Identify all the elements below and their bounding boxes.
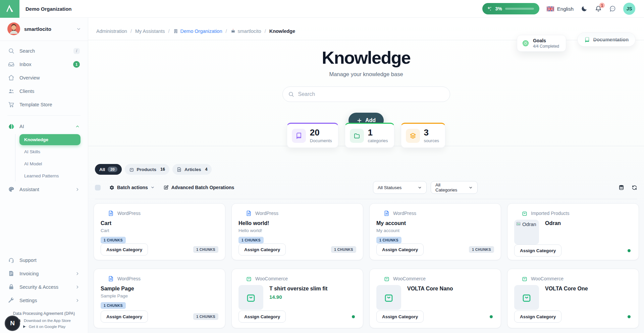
knowledge-card[interactable]: WordPressSample PageSample Page1 CHUNKSA… (94, 269, 225, 328)
stat-sources: 3 sources (401, 123, 446, 148)
usage-progress-pill[interactable]: 3% (482, 3, 539, 14)
assign-category-button[interactable]: Assign Category (514, 311, 561, 323)
stat-label: Documents (310, 138, 332, 143)
google-play-label: Get it on Google Play (29, 325, 65, 329)
knowledge-card[interactable]: WordPressHello world!Hello world!1 CHUNK… (231, 203, 363, 260)
documentation-button[interactable]: Documentation (577, 33, 636, 47)
stat-categories: 1 categories (345, 123, 394, 148)
sidebar-item-overview[interactable]: Overview (4, 71, 84, 85)
brain-icon (8, 123, 15, 130)
usage-track (505, 8, 534, 10)
assign-category-button[interactable]: Assign Category (101, 243, 148, 256)
sidebar-item-settings[interactable]: Settings (4, 294, 84, 307)
assign-category-button[interactable]: Assign Category (376, 311, 424, 323)
shopping-bag-icon (384, 276, 390, 282)
headset-icon (8, 257, 15, 264)
workspace-avatar (7, 22, 20, 35)
chevron-down-icon (469, 185, 473, 190)
topbar: Demo Organization 3% English 1 JS (0, 0, 644, 18)
category-filter-select[interactable]: All Categories (431, 181, 478, 194)
sidebar-item-knowledge[interactable]: Knowledge (19, 134, 80, 145)
stat-value: 3 (424, 128, 439, 137)
app-logo[interactable] (0, 0, 19, 18)
assign-category-button[interactable]: Assign Category (514, 244, 561, 257)
select-all-checkbox[interactable] (95, 185, 101, 190)
user-avatar[interactable]: JS (623, 3, 635, 15)
sidebar-item-ai[interactable]: AI (4, 120, 84, 133)
search-input[interactable] (282, 87, 450, 102)
knowledge-card[interactable]: WooCommerceVOLTA Core NanoAssign Categor… (369, 269, 501, 328)
batch-actions-dropdown[interactable]: Batch actions (109, 185, 155, 190)
google-play-icon (22, 325, 26, 329)
floating-n-widget[interactable]: N (5, 316, 20, 331)
goals-status: 4/4 Completed (533, 44, 559, 49)
assign-category-button[interactable]: Assign Category (238, 311, 286, 323)
chat-bubble-icon (609, 5, 616, 12)
sidebar-item-clients[interactable]: Clients (4, 85, 84, 98)
breadcrumb-assistant[interactable]: smartlocito (230, 29, 261, 34)
shopping-bag-icon (246, 276, 252, 282)
inbox-count-badge: 1 (73, 61, 80, 68)
uk-flag-icon (547, 6, 554, 11)
sidebar-item-assistant[interactable]: Assistant (4, 183, 84, 196)
workspace-switcher[interactable]: smartlocito (0, 18, 88, 41)
chunks-badge: 1 CHUNKS (376, 237, 401, 243)
moon-icon (581, 5, 588, 12)
table-view-icon[interactable] (619, 185, 624, 190)
status-filter-select[interactable]: All Statuses (373, 181, 427, 194)
card-source-label: WordPress (117, 276, 141, 281)
sidebar-item-learned-patterns[interactable]: Learned Patterns (19, 170, 80, 181)
assign-category-button[interactable]: Assign Category (101, 311, 148, 323)
tab-articles[interactable]: Articles 4 (172, 164, 212, 175)
advanced-batch-operations-button[interactable]: Advanced Batch Operations (163, 185, 234, 190)
sidebar-item-security-access[interactable]: Security & Access (4, 280, 84, 294)
sidebar-item-ai-model[interactable]: AI Model (19, 158, 80, 169)
main-content: Administration / My Assistants / Demo Or… (88, 18, 644, 333)
card-footer: Assign Category (514, 311, 632, 323)
tab-label: Products (137, 167, 157, 172)
chat-button[interactable] (609, 5, 616, 12)
goals-widget[interactable]: Goals 4/4 Completed (517, 35, 566, 52)
sidebar-item-support[interactable]: Support (4, 254, 84, 267)
tab-all[interactable]: All 20 (95, 164, 122, 175)
status-dot (628, 315, 631, 318)
chevron-down-icon (418, 185, 422, 190)
chevron-down-icon (76, 26, 81, 32)
sidebar-item-invoicing[interactable]: Invoicing (4, 267, 84, 280)
breadcrumb-organization[interactable]: Demo Organization (173, 29, 222, 34)
sidebar-item-ai-skills[interactable]: AI Skills (19, 146, 80, 157)
assign-category-button[interactable]: Assign Category (238, 243, 286, 256)
knowledge-card[interactable]: WordPressCartCart1 CHUNKSAssign Category… (94, 203, 225, 260)
app-store-label: Download on the App Store (24, 319, 71, 323)
search-shortcut-badge: / (73, 48, 80, 54)
knowledge-card[interactable]: Imported ProductsOdranOdranAssign Catego… (507, 203, 639, 260)
folder-icon (350, 129, 364, 143)
invoice-icon (8, 270, 15, 277)
notifications-button[interactable]: 1 (595, 5, 602, 12)
breadcrumb-administration[interactable]: Administration (96, 29, 127, 34)
card-title: My account (376, 220, 494, 226)
card-title: Sample Page (101, 286, 218, 292)
card-title: VOLTA Core One (545, 286, 588, 292)
tab-products[interactable]: Products 16 (125, 164, 169, 175)
product-thumbnail (238, 285, 263, 310)
breadcrumb-separator: / (130, 29, 132, 34)
sidebar-item-search[interactable]: Search / (4, 44, 84, 58)
refresh-icon[interactable] (632, 185, 637, 190)
card-source: WooCommerce (246, 276, 356, 282)
knowledge-card[interactable]: WooCommerceT shirt oversize slim fit14.9… (231, 269, 363, 328)
footer-chunks-badge: 1 CHUNKS (193, 246, 218, 253)
tab-count: 16 (160, 167, 165, 172)
dark-mode-toggle[interactable] (581, 5, 588, 12)
sidebar-item-template-store[interactable]: Template Store (4, 98, 84, 111)
knowledge-card[interactable]: WordPressMy accountMy account1 CHUNKSAss… (369, 203, 501, 260)
language-switcher[interactable]: English (547, 6, 574, 12)
knowledge-card[interactable]: WooCommerceVOLTA Core OneAssign Category (507, 269, 639, 328)
breadcrumb-assistant-label: smartlocito (238, 29, 261, 34)
breadcrumb-my-assistants[interactable]: My Assistants (135, 29, 165, 34)
card-title: Cart (101, 220, 218, 226)
robot-icon (230, 29, 236, 34)
assign-category-button[interactable]: Assign Category (376, 243, 424, 256)
status-dot (490, 315, 493, 318)
sidebar-item-inbox[interactable]: Inbox 1 (4, 58, 84, 71)
